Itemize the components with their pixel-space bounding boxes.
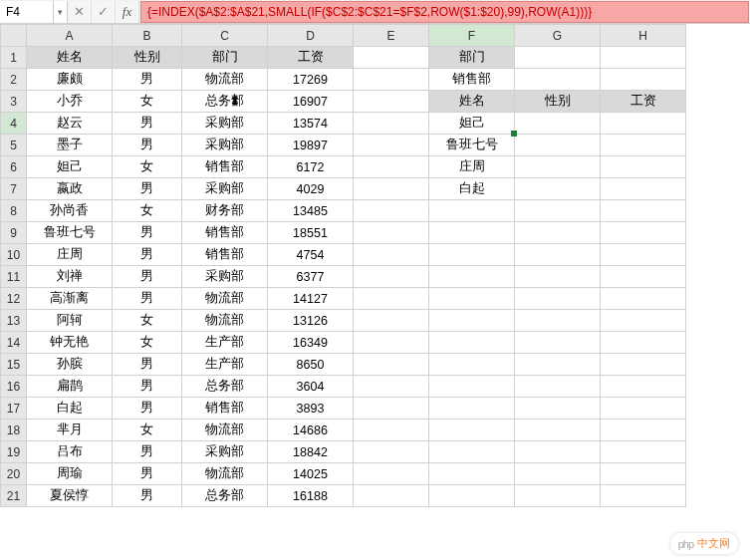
cell-C3[interactable]: 总务⬍部: [182, 91, 268, 113]
cell-D21[interactable]: 16188: [268, 485, 354, 507]
cell-A10[interactable]: 庄周: [27, 244, 113, 266]
cell-A3[interactable]: 小乔: [27, 91, 113, 113]
cell-B13[interactable]: 女: [113, 310, 182, 332]
cell-G3[interactable]: 性别: [515, 91, 601, 113]
cell-H1[interactable]: [601, 47, 686, 69]
cell-A1[interactable]: 姓名: [27, 47, 113, 69]
cell-G19[interactable]: [515, 441, 601, 463]
row-header-11[interactable]: 11: [1, 266, 27, 288]
cell-D13[interactable]: 13126: [268, 310, 354, 332]
cell-E8[interactable]: [354, 200, 429, 222]
cell-G2[interactable]: [515, 69, 601, 91]
cell-F6[interactable]: 庄周: [429, 156, 515, 178]
cell-F16[interactable]: [429, 376, 515, 398]
cell-E11[interactable]: [354, 266, 429, 288]
cell-F15[interactable]: [429, 354, 515, 376]
cell-D3[interactable]: 16907: [268, 91, 354, 113]
insert-function-button[interactable]: fx: [116, 1, 139, 23]
cell-F19[interactable]: [429, 441, 515, 463]
cell-G7[interactable]: [515, 178, 601, 200]
cell-B9[interactable]: 男: [113, 222, 182, 244]
row-header-16[interactable]: 16: [1, 376, 27, 398]
col-header-E[interactable]: E: [354, 25, 429, 47]
cell-C13[interactable]: 物流部: [182, 310, 268, 332]
cell-B3[interactable]: 女: [113, 91, 182, 113]
cell-H6[interactable]: [601, 156, 686, 178]
cell-H17[interactable]: [601, 398, 686, 420]
cell-B20[interactable]: 男: [113, 463, 182, 485]
cell-E15[interactable]: [354, 354, 429, 376]
cell-H16[interactable]: [601, 376, 686, 398]
cell-B7[interactable]: 男: [113, 178, 182, 200]
cell-E4[interactable]: [354, 113, 429, 135]
cell-F20[interactable]: [429, 463, 515, 485]
col-header-D[interactable]: D: [268, 25, 354, 47]
cell-A19[interactable]: 吕布: [27, 441, 113, 463]
cell-G12[interactable]: [515, 288, 601, 310]
cell-E7[interactable]: [354, 178, 429, 200]
row-header-12[interactable]: 12: [1, 288, 27, 310]
row-header-1[interactable]: 1: [1, 47, 27, 69]
cell-A9[interactable]: 鲁班七号: [27, 222, 113, 244]
cell-F13[interactable]: [429, 310, 515, 332]
cell-C19[interactable]: 采购部: [182, 441, 268, 463]
cell-E17[interactable]: [354, 398, 429, 420]
cell-B8[interactable]: 女: [113, 200, 182, 222]
cell-H21[interactable]: [601, 485, 686, 507]
cell-H2[interactable]: [601, 69, 686, 91]
cell-G15[interactable]: [515, 354, 601, 376]
row-header-4[interactable]: 4: [1, 113, 27, 135]
row-header-15[interactable]: 15: [1, 354, 27, 376]
row-header-2[interactable]: 2: [1, 69, 27, 91]
accept-formula-button[interactable]: ✓: [92, 1, 116, 23]
row-header-7[interactable]: 7: [1, 178, 27, 200]
cell-C2[interactable]: 物流部: [182, 69, 268, 91]
cell-E9[interactable]: [354, 222, 429, 244]
row-header-9[interactable]: 9: [1, 222, 27, 244]
col-header-G[interactable]: G: [515, 25, 601, 47]
cell-D10[interactable]: 4754: [268, 244, 354, 266]
row-header-17[interactable]: 17: [1, 398, 27, 420]
cell-G9[interactable]: [515, 222, 601, 244]
cell-G18[interactable]: [515, 420, 601, 441]
row-header-14[interactable]: 14: [1, 332, 27, 354]
cell-A20[interactable]: 周瑜: [27, 463, 113, 485]
cell-B18[interactable]: 女: [113, 420, 182, 441]
cell-F7[interactable]: 白起: [429, 178, 515, 200]
cell-C6[interactable]: 销售部: [182, 156, 268, 178]
row-header-19[interactable]: 19: [1, 441, 27, 463]
cell-H14[interactable]: [601, 332, 686, 354]
cell-A12[interactable]: 高渐离: [27, 288, 113, 310]
cell-G17[interactable]: [515, 398, 601, 420]
formula-input[interactable]: {=INDEX($A$2:$A$21,SMALL(IF($C$2:$C$21=$…: [140, 1, 749, 23]
cell-B16[interactable]: 男: [113, 376, 182, 398]
cell-E12[interactable]: [354, 288, 429, 310]
cell-B1[interactable]: 性别: [113, 47, 182, 69]
cell-C1[interactable]: 部门: [182, 47, 268, 69]
cell-E21[interactable]: [354, 485, 429, 507]
cell-E3[interactable]: [354, 91, 429, 113]
cell-H18[interactable]: [601, 420, 686, 441]
cell-B21[interactable]: 男: [113, 485, 182, 507]
cell-H10[interactable]: [601, 244, 686, 266]
col-header-C[interactable]: C: [182, 25, 268, 47]
cell-B19[interactable]: 男: [113, 441, 182, 463]
cell-H4[interactable]: [601, 113, 686, 135]
col-header-F[interactable]: F: [429, 25, 515, 47]
cell-H13[interactable]: [601, 310, 686, 332]
cell-A13[interactable]: 阿轲: [27, 310, 113, 332]
cell-B6[interactable]: 女: [113, 156, 182, 178]
cell-C20[interactable]: 物流部: [182, 463, 268, 485]
cell-D7[interactable]: 4029: [268, 178, 354, 200]
cell-F5[interactable]: 鲁班七号: [429, 135, 515, 156]
cell-G14[interactable]: [515, 332, 601, 354]
cell-F21[interactable]: [429, 485, 515, 507]
cell-D18[interactable]: 14686: [268, 420, 354, 441]
cell-A8[interactable]: 孙尚香: [27, 200, 113, 222]
cell-G13[interactable]: [515, 310, 601, 332]
cell-A15[interactable]: 孙膑: [27, 354, 113, 376]
cell-D15[interactable]: 8650: [268, 354, 354, 376]
cell-E1[interactable]: [354, 47, 429, 69]
cell-E14[interactable]: [354, 332, 429, 354]
row-header-20[interactable]: 20: [1, 463, 27, 485]
